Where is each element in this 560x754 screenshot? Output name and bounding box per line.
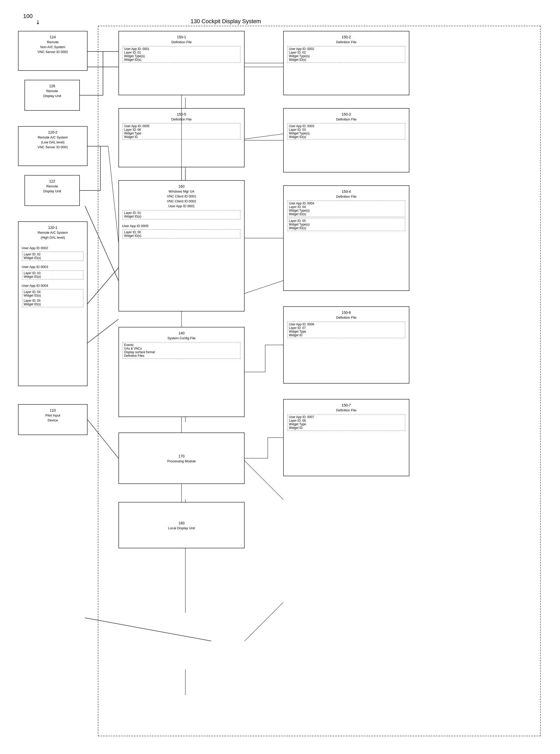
- box-180-title: 180: [177, 519, 185, 526]
- box-150-1-layer: Layer ID: 01: [124, 51, 239, 54]
- box-150-6-app: User App ID: 0006: [289, 323, 404, 326]
- box-160-line2: VNC Client ID 0001: [121, 195, 242, 199]
- box-150-7: 150-7 Definition File User App ID: 0007 …: [283, 399, 409, 476]
- box-150-2-wid: Widget ID(s): [289, 58, 404, 62]
- box-150-5-layer: Layer ID: 06: [124, 128, 239, 131]
- box-150-3-layer: Layer ID: 03: [289, 128, 404, 131]
- box-126: 126 Remote Display Unit: [24, 80, 80, 111]
- box-150-5-app: User App ID: 0005: [124, 124, 239, 128]
- box-122: 122 Remote Display Unit: [24, 175, 80, 206]
- box-150-3: 150-3 Definition File User App ID: 0003 …: [283, 108, 409, 172]
- box-150-1-inner: User App ID: 0001 Layer ID: 01 Widget Ty…: [123, 46, 240, 63]
- box-150-3-app: User App ID: 0003: [289, 124, 404, 128]
- box-150-5-subtitle: Definition File: [121, 117, 242, 122]
- box-150-7-inner: User App ID: 0007 Layer ID: 08 Widget Ty…: [287, 414, 405, 431]
- box-150-2-app: User App ID: 0002: [289, 47, 404, 51]
- box-120-2-title: 120-2: [21, 129, 85, 136]
- box-150-4-subtitle: Definition File: [286, 195, 407, 200]
- box-120-1-app0004-layer2: Layer ID: 05: [24, 299, 82, 303]
- box-180: 180 Local Display Unit: [118, 502, 245, 548]
- box-150-5: 150-5 Definition File User App ID: 0005 …: [118, 108, 245, 167]
- box-170-subtitle: Processing Module: [166, 459, 197, 464]
- box-160-layer2: Layer ID: 06: [124, 230, 239, 234]
- box-124-line3: VNC Server ID 0002: [21, 50, 85, 55]
- box-120-2-line1: Remote A/C System: [21, 136, 85, 140]
- box-120-1-app0004-widget1: Widget ID(s): [24, 294, 82, 297]
- box-150-1-app: User App ID: 0001: [124, 47, 239, 51]
- box-120-1-app0002-label: User App ID 0002: [21, 246, 85, 250]
- ref-arrow: ↘: [34, 18, 42, 26]
- box-150-4-layer2: Layer ID: 05: [289, 219, 404, 223]
- box-150-1: 150-1 Definition File User App ID: 0001 …: [118, 31, 245, 95]
- ref-100-label: 100: [23, 13, 33, 20]
- box-120-1-app0004-layer1: Layer ID: 04: [24, 290, 82, 294]
- box-150-4: 150-4 Definition File User App ID: 0004 …: [283, 185, 409, 291]
- box-150-3-inner: User App ID: 0003 Layer ID: 03 Widget Ty…: [287, 123, 405, 140]
- diagram: 100 ↘ 130 Cockpit Display System 124 Rem…: [10, 10, 550, 744]
- box-120-2: 120-2 Remote A/C System (Low DAL level) …: [18, 126, 87, 166]
- box-150-4-wid2: Widget ID(s): [289, 226, 404, 230]
- box-124-title: 124: [21, 34, 85, 40]
- box-150-2-subtitle: Definition File: [286, 40, 407, 45]
- box-120-1-app0004-widget2: Widget ID(s): [24, 303, 82, 306]
- box-120-1-app0004-inner: Layer ID: 04 Widget ID(s) Layer ID: 05 W…: [22, 289, 83, 307]
- box-120-1-app0002-widget: Widget ID(s): [24, 256, 82, 260]
- box-140-uas: UAs & VNCs: [124, 347, 239, 350]
- box-110-title: 110: [21, 407, 85, 413]
- box-140-display: Display surface format: [124, 350, 239, 354]
- box-150-6-wtype: Widget Type: [289, 330, 404, 333]
- box-120-1-app0003-widget: Widget ID(s): [24, 275, 82, 279]
- box-150-4-app: User App ID: 0004: [289, 202, 404, 205]
- box-110-line1: Pilot Input: [21, 413, 85, 418]
- box-150-4-inner2: Layer ID: 05 Widget Type(s) Widget ID(s): [287, 218, 405, 231]
- box-120-1-app0002-inner: Layer ID: 02 Widget ID(s): [22, 251, 83, 261]
- box-180-subtitle: Local Display Unit: [167, 526, 196, 531]
- box-160-line4: User App ID 0001: [121, 204, 242, 209]
- box-150-1-title: 150-1: [121, 34, 242, 40]
- box-126-title: 126: [27, 82, 77, 89]
- box-160-widget1: Widget ID(s): [124, 215, 239, 218]
- box-120-1-app0004-label: User App ID 0004: [21, 283, 85, 288]
- box-140-events: Events: [124, 343, 239, 347]
- box-150-7-app: User App ID: 0007: [289, 415, 404, 419]
- box-150-2-layer: Layer ID: 02: [289, 51, 404, 54]
- box-120-1: 120-1 Remote A/C System (High DAL level)…: [18, 221, 87, 386]
- box-150-6-title: 150-6: [286, 309, 407, 315]
- box-150-7-title: 150-7: [286, 402, 407, 408]
- box-150-4-title: 150-4: [286, 188, 407, 195]
- box-124-line1: Remote: [21, 40, 85, 45]
- box-140-inner: Events UAs & VNCs Display surface format…: [123, 342, 240, 359]
- box-170-title: 170: [177, 452, 185, 459]
- box-120-2-line2: (Low DAL level): [21, 140, 85, 145]
- box-160-title: 160: [121, 183, 242, 189]
- box-120-2-line3: VNC Server ID 0001: [21, 145, 85, 150]
- box-160-inner1: Layer ID: 01 Widget ID(s): [123, 210, 240, 219]
- box-110: 110 Pilot Input Device: [18, 404, 87, 435]
- box-150-6-wid: Widget ID: [289, 333, 404, 337]
- box-150-1-wtype: Widget Type(s): [124, 54, 239, 58]
- box-160-line1: Windows Mgr UA: [121, 189, 242, 195]
- box-150-4-inner1: User App ID: 0004 Layer ID: 04 Widget Ty…: [287, 201, 405, 217]
- box-160-line3: VNC Client ID 0002: [121, 199, 242, 204]
- box-124: 124 Remote Non-A/C System VNC Server ID …: [18, 31, 87, 71]
- box-140-deffiles: Definition Files: [124, 354, 239, 358]
- box-150-6: 150-6 Definition File User App ID: 0006 …: [283, 306, 409, 384]
- box-120-1-app0003-layer: Layer ID: 03: [24, 271, 82, 275]
- box-150-5-inner: User App ID: 0005 Layer ID: 06 Widget Ty…: [123, 123, 240, 140]
- box-150-4-layer1: Layer ID: 04: [289, 205, 404, 209]
- box-150-7-subtitle: Definition File: [286, 408, 407, 413]
- box-150-3-subtitle: Definition File: [286, 117, 407, 122]
- box-150-2-title: 150-2: [286, 34, 407, 40]
- box-150-6-layer: Layer ID: 07: [289, 326, 404, 330]
- box-140: 140 System Config File Events UAs & VNCs…: [118, 327, 245, 417]
- box-150-7-wtype: Widget Type: [289, 423, 404, 426]
- box-120-1-title: 120-1: [21, 224, 85, 231]
- box-122-title: 122: [27, 178, 77, 184]
- box-120-1-app0002-layer: Layer ID: 02: [24, 252, 82, 256]
- cockpit-system-label: 130 Cockpit Display System: [191, 18, 261, 25]
- box-160-widget2: Widget ID(s): [124, 234, 239, 238]
- box-120-1-app0003-label: User App ID 0003: [21, 264, 85, 269]
- box-150-2: 150-2 Definition File User App ID: 0002 …: [283, 31, 409, 95]
- box-120-1-line2: (High DAL level): [21, 236, 85, 241]
- box-150-1-subtitle: Definition File: [121, 40, 242, 45]
